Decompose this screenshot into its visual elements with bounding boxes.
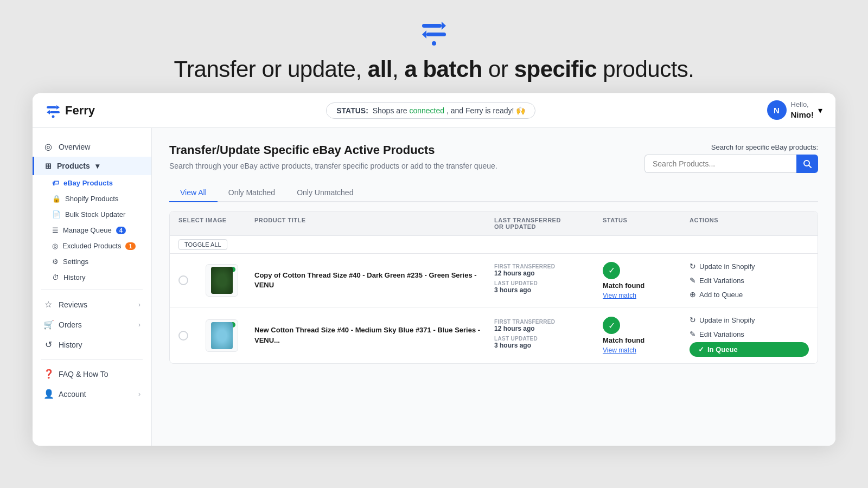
table-row: New Cotton Thread Size #40 - Medium Sky … (170, 307, 818, 363)
reviews-icon: ☆ (43, 299, 53, 310)
hero-title: Transfer or update, all, a batch or spec… (0, 56, 868, 82)
queue-icon: ☰ (52, 226, 59, 234)
update-shopify-btn-1[interactable]: ↻ Update in Shopify (690, 260, 809, 272)
svg-point-4 (432, 41, 436, 46)
products-table: SELECT IMAGE PRODUCT TITLE LAST TRANSFER… (169, 211, 818, 364)
toggle-all-row: TOGGLE ALL (170, 236, 818, 254)
search-button[interactable] (796, 155, 818, 173)
svg-marker-6 (56, 105, 60, 110)
row2-status: ✓ Match found View match (603, 317, 690, 354)
search-label: Search for specific eBay products: (711, 143, 818, 151)
check-icon-2: ✓ (698, 345, 704, 354)
header-product-title: PRODUCT TITLE (254, 217, 494, 230)
search-row (644, 155, 818, 173)
row2-image (206, 319, 254, 352)
sidebar-item-account[interactable]: 👤 Account › (33, 384, 151, 404)
sidebar-item-orders[interactable]: 🛒 Orders › (33, 314, 151, 335)
products-icon: ⊞ (45, 162, 52, 170)
orders-chevron-icon: › (138, 321, 141, 329)
hero-section: Transfer or update, all, a batch or spec… (0, 0, 868, 93)
status-badge: STATUS: Shops are connected , and Ferry … (326, 102, 535, 119)
row2-transfer-info: FIRST TRANSFERRED 12 hours ago LAST UPDA… (494, 319, 603, 352)
row1-status: ✓ Match found View match (603, 262, 690, 299)
row2-select[interactable] (178, 331, 206, 341)
thread-img-2 (211, 322, 233, 349)
sidebar-item-bulk-stock[interactable]: 📄 Bulk Stock Updater (33, 207, 151, 222)
header-last-transferred: LAST TRANSFERREDOR UPDATED (494, 217, 603, 230)
account-chevron-icon: › (138, 390, 141, 398)
app-window: Ferry STATUS: Shops are connected , and … (33, 93, 835, 446)
bulk-stock-icon: 📄 (52, 210, 61, 219)
app-header: Ferry STATUS: Shops are connected , and … (33, 93, 835, 128)
search-input[interactable] (644, 155, 796, 173)
tab-view-all[interactable]: View All (169, 184, 218, 202)
row2-title: New Cotton Thread Size #40 - Medium Sky … (254, 325, 494, 345)
page-desc: Search through your eBay active products… (169, 162, 644, 170)
row2-checkbox[interactable] (178, 331, 188, 341)
table-header: SELECT IMAGE PRODUCT TITLE LAST TRANSFER… (170, 211, 818, 236)
sidebar-item-history-products[interactable]: ⏱ History (33, 269, 151, 285)
orders-icon: 🛒 (43, 319, 53, 330)
search-section: Search for specific eBay products: (644, 143, 818, 173)
svg-rect-0 (422, 24, 442, 28)
edit-variations-btn-2[interactable]: ✎ Edit Variations (690, 328, 809, 340)
thread-img-1 (211, 267, 233, 294)
app-logo-hero (0, 16, 868, 51)
settings-icon: ⚙ (52, 258, 59, 266)
add-to-queue-btn-1[interactable]: ⊕ Add to Queue (690, 288, 809, 300)
reviews-chevron-icon: › (138, 301, 141, 309)
tab-only-unmatched[interactable]: Only Unmatched (286, 184, 364, 202)
chevron-down-icon: ▾ (818, 105, 822, 115)
queue-badge: 4 (116, 227, 126, 234)
sidebar-item-shopify-products[interactable]: 🔒 Shopify Products (33, 191, 151, 207)
row1-transfer-info: FIRST TRANSFERRED 12 hours ago LAST UPDA… (494, 264, 603, 297)
svg-point-9 (52, 115, 55, 118)
svg-marker-1 (442, 22, 446, 30)
view-match-link-1[interactable]: View match (603, 292, 636, 299)
product-image-1 (206, 264, 238, 297)
svg-line-11 (809, 165, 811, 168)
sidebar-item-history[interactable]: ↺ History (33, 335, 151, 355)
match-check-icon-1: ✓ (603, 262, 620, 279)
app-body: ◎ Overview ⊞ Products ▾ 🏷 eBay Products … (33, 128, 835, 446)
sidebar-item-ebay-products[interactable]: 🏷 eBay Products (33, 175, 151, 191)
sidebar-item-settings[interactable]: ⚙ Settings (33, 254, 151, 269)
header-actions: ACTIONS (690, 217, 809, 230)
product-image-2 (206, 319, 238, 352)
row1-checkbox[interactable] (178, 275, 188, 285)
refresh-icon-2: ↻ (690, 316, 696, 324)
row1-select[interactable] (178, 275, 206, 285)
products-chevron-icon: ▾ (95, 162, 99, 170)
header-select: SELECT (178, 217, 206, 230)
sidebar-item-excluded-products[interactable]: ◎ Excluded Products 1 (33, 238, 151, 254)
sidebar-item-manage-queue[interactable]: ☰ Manage Queue 4 (33, 222, 151, 238)
header-status: STATUS (603, 217, 690, 230)
header-status: STATUS: Shops are connected , and Ferry … (95, 102, 767, 119)
update-shopify-btn-2[interactable]: ↻ Update in Shopify (690, 314, 809, 326)
svg-marker-8 (47, 110, 50, 114)
edit-variations-btn-1[interactable]: ✎ Edit Variations (690, 274, 809, 286)
ebay-icon: 🏷 (52, 179, 59, 187)
excluded-icon: ◎ (52, 242, 58, 250)
match-check-icon-2: ✓ (603, 317, 620, 334)
history-icon: ↺ (43, 339, 53, 350)
tab-only-matched[interactable]: Only Matched (218, 184, 286, 202)
sidebar: ◎ Overview ⊞ Products ▾ 🏷 eBay Products … (33, 128, 152, 446)
table-row: Copy of Cotton Thread Size #40 - Dark Gr… (170, 254, 818, 307)
sidebar-item-reviews[interactable]: ☆ Reviews › (33, 294, 151, 314)
top-area: Transfer/Update Specific eBay Active Pro… (169, 143, 818, 182)
sidebar-divider-1 (41, 290, 143, 290)
row1-title: Copy of Cotton Thread Size #40 - Dark Gr… (254, 271, 494, 290)
overview-icon: ◎ (43, 142, 53, 152)
sidebar-item-faq[interactable]: ❓ FAQ & How To (33, 364, 151, 384)
sidebar-item-overview[interactable]: ◎ Overview (33, 137, 151, 157)
toggle-all-button[interactable]: TOGGLE ALL (178, 239, 227, 250)
logo-text: Ferry (65, 104, 95, 118)
view-match-link-2[interactable]: View match (603, 346, 636, 354)
sidebar-item-products[interactable]: ⊞ Products ▾ (33, 157, 151, 175)
page-title: Transfer/Update Specific eBay Active Pro… (169, 143, 644, 157)
header-user[interactable]: N Hello, Nimo! ▾ (767, 100, 823, 120)
edit-icon-1: ✎ (690, 276, 696, 285)
refresh-icon-1: ↻ (690, 262, 696, 271)
in-queue-btn-2[interactable]: ✓ In Queue (690, 342, 809, 357)
